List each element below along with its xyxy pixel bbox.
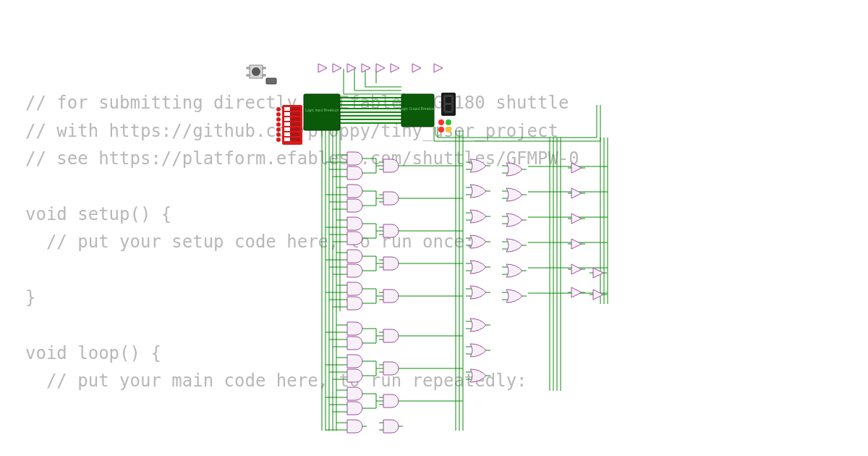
svg-rect-20 xyxy=(284,138,290,141)
dip-switch-pins xyxy=(276,107,281,142)
svg-rect-8 xyxy=(284,107,290,111)
svg-rect-3 xyxy=(247,75,250,76)
svg-rect-16 xyxy=(284,127,290,131)
svg-point-21 xyxy=(276,107,281,111)
svg-point-42 xyxy=(446,127,451,132)
svg-rect-18 xyxy=(284,132,290,136)
svg-point-23 xyxy=(276,117,281,122)
svg-rect-30 xyxy=(266,78,276,84)
ic-chip xyxy=(266,78,276,84)
gate-col-3 xyxy=(466,159,490,382)
svg-point-41 xyxy=(438,127,444,132)
pushbutton[interactable] xyxy=(247,65,265,78)
svg-point-40 xyxy=(446,119,451,125)
output-breakout[interactable]: Logic Output Breakout xyxy=(399,94,435,127)
svg-rect-36 xyxy=(451,96,454,104)
breakout-label: Logic Output Breakout xyxy=(399,106,435,111)
input-breakout[interactable]: Logic Input Breakout xyxy=(304,94,340,130)
svg-point-39 xyxy=(438,119,444,125)
svg-rect-4 xyxy=(263,67,265,69)
svg-point-26 xyxy=(276,132,281,137)
svg-point-22 xyxy=(276,112,281,117)
svg-rect-37 xyxy=(443,104,446,111)
wire-bus xyxy=(322,69,608,431)
seven-segment xyxy=(441,93,456,116)
svg-rect-12 xyxy=(284,117,290,121)
gate-array xyxy=(326,152,607,433)
status-leds xyxy=(438,119,451,132)
dip-switch[interactable] xyxy=(282,105,302,145)
svg-rect-38 xyxy=(451,104,454,111)
gate-col-4 xyxy=(502,163,527,303)
svg-point-24 xyxy=(276,122,281,127)
breakout-label: Logic Input Breakout xyxy=(305,108,339,112)
schematic-diagram: Logic Input Breakout Logic Output Breako… xyxy=(0,0,868,456)
output-buffers xyxy=(568,163,607,300)
top-buffers xyxy=(318,64,443,72)
svg-point-27 xyxy=(276,138,281,142)
svg-rect-14 xyxy=(284,122,290,126)
svg-rect-2 xyxy=(247,67,250,69)
svg-rect-5 xyxy=(263,75,265,76)
svg-point-1 xyxy=(252,67,260,76)
svg-rect-28 xyxy=(304,94,340,130)
svg-rect-35 xyxy=(443,96,446,104)
gate-col-1 xyxy=(343,152,367,433)
svg-rect-10 xyxy=(284,112,290,116)
svg-point-25 xyxy=(276,127,281,132)
